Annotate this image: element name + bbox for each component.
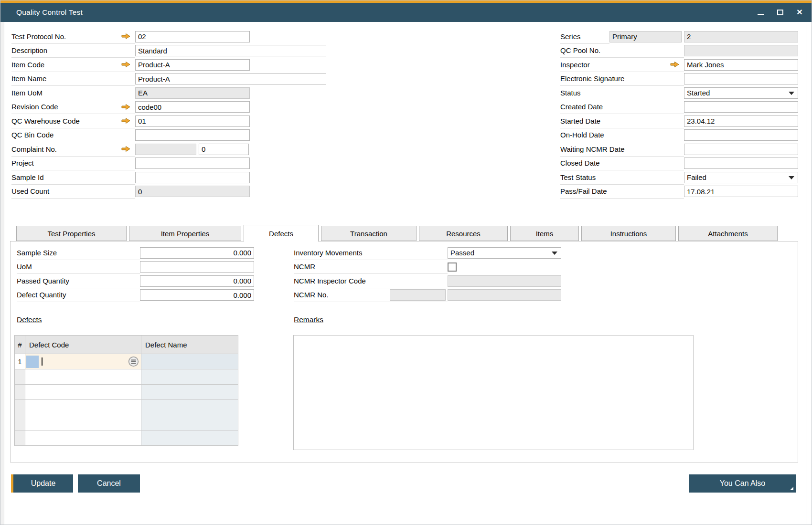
- defect-name-cell: [141, 369, 238, 385]
- column-header-defect-code[interactable]: Defect Code: [25, 336, 141, 354]
- choose-from-list-icon[interactable]: [128, 356, 139, 367]
- complaint-no-input[interactable]: 0: [199, 144, 249, 155]
- link-arrow-icon[interactable]: [121, 33, 130, 40]
- form-row: Test Protocol No. 02: [11, 30, 326, 44]
- minimize-icon[interactable]: [756, 8, 765, 17]
- defect-quantity-input[interactable]: 0.000: [140, 289, 254, 301]
- form-row: Closed Date: [560, 157, 798, 171]
- sample-size-label: Sample Size: [17, 249, 57, 257]
- revision-code-input[interactable]: code00: [135, 101, 250, 113]
- defect-code-cell[interactable]: [25, 354, 141, 369]
- electronic-signature-label: Electronic Signature: [560, 74, 624, 83]
- defect-code-cell[interactable]: [25, 369, 141, 385]
- item-name-input[interactable]: Product-A: [135, 73, 326, 84]
- waiting-ncmr-date-input[interactable]: [684, 144, 798, 155]
- form-row: Used Count 0: [11, 185, 326, 199]
- item-code-input[interactable]: Product-A: [135, 59, 250, 71]
- created-date-input[interactable]: [684, 101, 798, 113]
- defect-code-cell[interactable]: [25, 415, 141, 430]
- pass-fail-date-input[interactable]: 17.08.21: [684, 186, 798, 197]
- project-input[interactable]: [135, 158, 250, 169]
- form-row: Item Name Product-A: [11, 72, 326, 86]
- ncmr-checkbox[interactable]: [448, 262, 457, 272]
- form-row: Defect Quantity 0.000: [17, 288, 254, 303]
- form-row: Sample Size 0.000: [17, 246, 254, 260]
- started-date-input[interactable]: 23.04.12: [684, 116, 798, 127]
- chevron-down-icon: [552, 252, 557, 255]
- qc-bin-code-input[interactable]: [135, 129, 250, 141]
- test-status-select[interactable]: Failed: [684, 172, 798, 183]
- series-label: Series: [560, 32, 581, 41]
- defect-code-cell[interactable]: [25, 385, 141, 400]
- defect-code-cell[interactable]: [25, 430, 141, 446]
- form-row: QC Pool No.: [560, 44, 798, 58]
- series-number-field: 2: [684, 31, 798, 42]
- status-select[interactable]: Started: [684, 87, 798, 99]
- form-row: Sample Id: [11, 170, 326, 185]
- link-arrow-icon[interactable]: [121, 62, 130, 68]
- inventory-movements-select[interactable]: Passed: [448, 247, 561, 259]
- tab-item-properties[interactable]: Item Properties: [129, 226, 241, 241]
- you-can-also-button[interactable]: You Can Also: [689, 474, 796, 493]
- table-row: [15, 369, 238, 385]
- tab-instructions[interactable]: Instructions: [581, 226, 676, 241]
- cancel-button[interactable]: Cancel: [78, 474, 140, 493]
- form-row: Created Date: [560, 100, 798, 115]
- form-row: UoM: [17, 260, 254, 274]
- passed-quantity-input[interactable]: 0.000: [140, 275, 254, 287]
- defects-link[interactable]: Defects: [17, 315, 42, 324]
- table-row: [15, 430, 238, 446]
- waiting-ncmr-date-label: Waiting NCMR Date: [560, 145, 624, 153]
- tab-defects[interactable]: Defects: [244, 225, 319, 242]
- tab-attachments[interactable]: Attachments: [678, 226, 778, 241]
- sample-size-input[interactable]: 0.000: [140, 247, 254, 259]
- form-row: NCMR: [294, 260, 561, 274]
- titlebar[interactable]: Quality Control Test ✕: [0, 3, 812, 22]
- row-number-cell[interactable]: 1: [15, 354, 25, 369]
- remarks-link[interactable]: Remarks: [294, 315, 323, 324]
- test-protocol-input[interactable]: 02: [135, 31, 250, 42]
- table-row: [15, 415, 238, 430]
- tab-test-properties[interactable]: Test Properties: [16, 226, 127, 241]
- link-arrow-icon[interactable]: [121, 104, 130, 110]
- description-input[interactable]: Standard: [135, 45, 326, 56]
- closed-date-input[interactable]: [684, 158, 798, 169]
- quantities-group: Sample Size 0.000 UoM Passed Quantity 0.…: [17, 246, 254, 302]
- inspector-input[interactable]: Mark Jones: [684, 59, 798, 71]
- form-row: QC Warehouse Code 01: [11, 114, 326, 128]
- remarks-textarea[interactable]: [293, 335, 694, 450]
- ncmr-inspector-code-field: [448, 275, 561, 287]
- close-icon[interactable]: ✕: [795, 8, 804, 17]
- item-uom-label: Item UoM: [11, 89, 43, 97]
- link-arrow-icon[interactable]: [670, 62, 679, 68]
- form-row: Project: [11, 157, 326, 171]
- item-name-label: Item Name: [11, 74, 46, 83]
- defect-name-cell[interactable]: [141, 354, 238, 369]
- link-arrow-icon[interactable]: [121, 146, 130, 152]
- maximize-icon[interactable]: [776, 8, 784, 17]
- column-header-defect-name[interactable]: Defect Name: [141, 336, 238, 354]
- window-controls: ✕: [756, 3, 804, 22]
- ncmr-inspector-code-label: NCMR Inspector Code: [294, 277, 366, 285]
- link-arrow-icon[interactable]: [121, 118, 130, 124]
- defect-code-cell[interactable]: [25, 400, 141, 415]
- form-row: Started Date 23.04.12: [560, 114, 798, 128]
- tab-items[interactable]: Items: [510, 226, 579, 241]
- update-button[interactable]: Update: [11, 474, 73, 493]
- form-row: Complaint No. 0: [11, 142, 326, 157]
- tab-transaction[interactable]: Transaction: [321, 226, 417, 241]
- ncmr-no-field-1: [390, 289, 446, 301]
- uom-input[interactable]: [140, 261, 254, 273]
- qc-pool-no-label: QC Pool No.: [560, 46, 600, 54]
- form-row: Description Standard: [11, 44, 326, 58]
- column-header-num: #: [15, 336, 25, 354]
- form-row: Pass/Fail Date 17.08.21: [560, 185, 798, 199]
- tab-resources[interactable]: Resources: [419, 226, 508, 241]
- electronic-signature-input[interactable]: [684, 73, 798, 84]
- on-hold-date-input[interactable]: [684, 129, 798, 141]
- form-row: Status Started: [560, 86, 798, 100]
- sample-id-input[interactable]: [135, 172, 250, 183]
- form-row: Revision Code code00: [11, 100, 326, 115]
- qc-warehouse-code-input[interactable]: 01: [135, 116, 250, 127]
- created-date-label: Created Date: [560, 103, 603, 111]
